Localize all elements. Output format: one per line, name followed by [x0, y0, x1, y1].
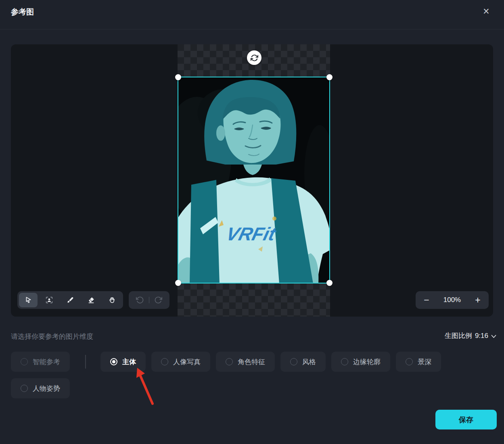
eraser-icon	[87, 296, 96, 304]
plus-icon: +	[475, 295, 480, 306]
hand-icon	[108, 296, 117, 304]
option-edge-contour[interactable]: 边缘轮廓	[331, 352, 390, 372]
radio-subject	[110, 358, 117, 365]
brush-icon	[66, 296, 75, 304]
dialog-header: 参考图 ×	[0, 0, 504, 29]
aspect-ratio-value: 9:16	[475, 332, 488, 340]
radio-style	[290, 358, 297, 365]
selection-handle-bottom-right[interactable]	[326, 280, 333, 286]
close-icon: ×	[483, 6, 489, 17]
option-character-features[interactable]: 角色特征	[216, 352, 275, 372]
eraser-tool-button[interactable]	[82, 293, 100, 307]
cursor-icon	[24, 296, 33, 304]
save-button-label: 保存	[459, 415, 473, 425]
zoom-level: 100%	[443, 296, 461, 304]
selection-box[interactable]	[178, 77, 330, 283]
zoom-control: − 100% +	[416, 291, 489, 309]
editor-canvas: VRFit	[11, 44, 493, 317]
option-subject[interactable]: 主体	[100, 352, 146, 372]
brush-tool-button[interactable]	[61, 293, 79, 307]
select-tool-button[interactable]	[19, 293, 38, 307]
aspect-ratio-selector[interactable]: 生图比例 9:16	[445, 331, 496, 340]
tools-toolbar	[17, 291, 123, 309]
undo-icon	[136, 296, 144, 304]
portrait-select-icon	[45, 296, 54, 304]
radio-character-features	[226, 358, 233, 365]
aspect-ratio-label: 生图比例	[445, 331, 472, 340]
rotate-button[interactable]	[247, 50, 261, 65]
radio-portrait-photo	[161, 358, 168, 365]
dialog-title: 参考图	[11, 7, 34, 17]
save-button[interactable]: 保存	[435, 410, 497, 429]
selection-handle-top-right[interactable]	[326, 74, 333, 80]
radio-depth-of-field	[406, 358, 413, 365]
undo-button[interactable]	[131, 293, 149, 307]
chevron-down-icon	[491, 335, 496, 338]
options-group-divider	[85, 355, 86, 369]
option-style[interactable]: 风格	[280, 352, 326, 372]
portrait-select-tool-button[interactable]	[40, 293, 59, 307]
redo-icon	[154, 296, 162, 304]
zoom-in-button[interactable]: +	[470, 293, 485, 307]
options-row-2: 人物姿势	[11, 378, 75, 398]
radio-smart-reference	[21, 358, 28, 365]
option-portrait-photo[interactable]: 人像写真	[151, 352, 210, 372]
option-smart-reference[interactable]: 智能参考	[11, 352, 70, 372]
selection-handle-bottom-left[interactable]	[175, 280, 181, 286]
pan-tool-button[interactable]	[103, 293, 121, 307]
option-pose[interactable]: 人物姿势	[11, 378, 70, 398]
option-depth-of-field[interactable]: 景深	[396, 352, 441, 372]
radio-pose	[21, 385, 28, 392]
options-row-1: 智能参考 主体 人像写真 角色特征 风格 边缘轮廓 景深	[11, 352, 447, 372]
redo-button[interactable]	[149, 293, 167, 307]
history-toolbar	[129, 291, 169, 309]
radio-edge-contour	[341, 358, 348, 365]
selection-handle-top-left[interactable]	[175, 74, 181, 80]
zoom-out-button[interactable]: −	[419, 293, 434, 307]
dimension-prompt: 请选择你要参考的图片维度	[11, 332, 93, 341]
close-button[interactable]: ×	[480, 5, 493, 18]
reference-image-dialog: 参考图 ×	[0, 0, 504, 444]
minus-icon: −	[424, 295, 429, 306]
rotate-icon	[251, 54, 258, 62]
